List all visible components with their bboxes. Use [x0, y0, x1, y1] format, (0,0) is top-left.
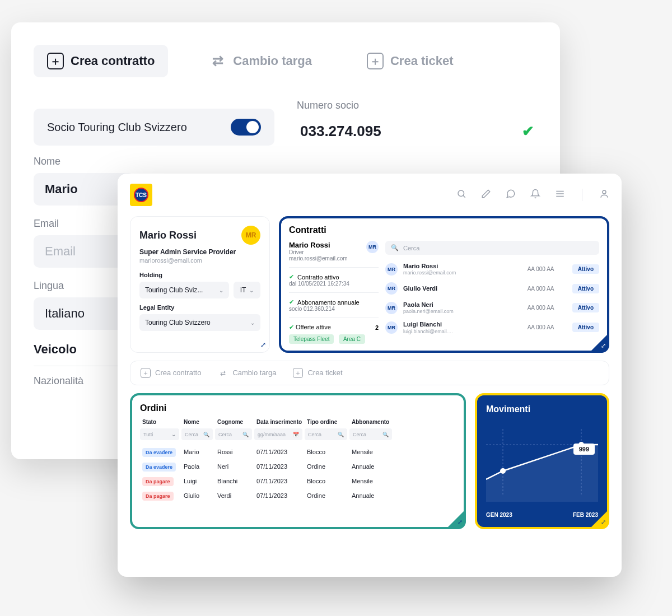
- order-name: Mario: [181, 449, 215, 455]
- user-icon[interactable]: [599, 189, 609, 202]
- filter-label: Cerca: [353, 432, 366, 437]
- status-badge: Attivo: [572, 284, 599, 293]
- create-contract-button[interactable]: ＋Crea contratto: [141, 368, 201, 378]
- edit-icon[interactable]: [481, 189, 491, 202]
- dashboard-panel: TCS Mario Ros: [118, 174, 622, 577]
- order-row[interactable]: Da evadere Mario Rossi 07/11/2023 Blocco…: [140, 445, 456, 459]
- order-subscription: Mensile: [349, 478, 394, 484]
- contracts-search[interactable]: 🔍 Cerca: [385, 241, 599, 255]
- offer-tag: Area C: [339, 334, 365, 344]
- member-toggle[interactable]: [231, 119, 261, 136]
- search-icon[interactable]: [456, 189, 466, 202]
- search-placeholder: Cerca: [403, 245, 419, 251]
- order-row[interactable]: Da evadere Paola Neri 07/11/2023 Ordine …: [140, 459, 456, 474]
- axis-label: GEN 2023: [486, 512, 512, 518]
- bell-icon[interactable]: [530, 189, 540, 202]
- axis-label: FEB 2023: [573, 512, 598, 518]
- contract-status: Contratto attivo: [297, 274, 339, 281]
- order-row[interactable]: Da pagare Giulio Verdi 07/11/2023 Ordine…: [140, 488, 456, 503]
- contract-person-row[interactable]: MR Mario Rossi mario.rossi@email.com AA …: [385, 259, 599, 279]
- member-toggle-row: Socio Touring Club Svizzero: [34, 109, 274, 146]
- check-circle-icon: ✔: [522, 123, 534, 140]
- search-icon: 🔍: [338, 432, 344, 437]
- filter-date[interactable]: gg/mm/aaaa📅: [254, 428, 302, 440]
- order-type: Blocco: [305, 478, 349, 484]
- expand-icon[interactable]: ⤢: [601, 519, 606, 526]
- status-badge: Attivo: [572, 303, 599, 312]
- member-number-row: 033.274.095 ✔: [297, 117, 538, 146]
- check-icon: ✔: [289, 324, 294, 330]
- filter-label: Cerca: [218, 432, 232, 437]
- check-icon: ✔: [289, 273, 294, 281]
- order-date: 07/11/2023: [254, 492, 305, 499]
- chat-icon[interactable]: [506, 189, 516, 202]
- brand-logo[interactable]: TCS: [130, 184, 152, 206]
- orders-filters: Tutti⌄ Cerca🔍 Cerca🔍 gg/mm/aaaa📅 Cerca🔍 …: [140, 428, 456, 440]
- order-name: Luigi: [181, 478, 215, 484]
- contract-person-row[interactable]: MR Luigi Bianchi luigi.bianchi@email.… A…: [385, 318, 599, 337]
- create-ticket-button[interactable]: ＋ Crea ticket: [353, 45, 467, 77]
- search-icon: 🔍: [242, 432, 249, 437]
- orders-header: Stato Nome Cognome Data inserimento Tipo…: [140, 419, 456, 425]
- person-name: Luigi Bianchi: [403, 321, 522, 328]
- person-email: paola.neri@email.com: [403, 309, 522, 314]
- country-select[interactable]: IT ⌄: [234, 282, 260, 298]
- order-row[interactable]: Da pagare Luigi Bianchi 07/11/2023 Blocc…: [140, 474, 456, 488]
- col-header: Cognome: [215, 419, 254, 425]
- holding-label: Holding: [139, 272, 260, 278]
- filter-type[interactable]: Cerca🔍: [305, 428, 347, 440]
- order-status-badge: Da pagare: [142, 477, 174, 486]
- filter-label: Cerca: [185, 432, 198, 437]
- search-icon: 🔍: [382, 432, 389, 437]
- expand-icon[interactable]: ⤢: [458, 519, 463, 526]
- order-subscription: Mensile: [349, 449, 394, 455]
- holding-select[interactable]: Touring Club Sviz... ⌄: [139, 282, 229, 298]
- filter-status[interactable]: Tutti⌄: [140, 428, 179, 440]
- expand-icon[interactable]: ⤢: [601, 342, 606, 349]
- order-status-badge: Da evadere: [142, 448, 176, 457]
- order-date: 07/11/2023: [254, 449, 305, 455]
- contract-detail: Mario Rossi Driver mario.rossi@email.com…: [289, 241, 379, 344]
- filter-sub[interactable]: Cerca🔍: [349, 428, 392, 440]
- contract-date: dal 10/05/2021 16:27:34: [289, 281, 379, 287]
- orders-card: Ordini Stato Nome Cognome Data inserimen…: [130, 393, 466, 529]
- driver-name: Mario Rossi: [289, 241, 348, 249]
- orders-title: Ordini: [140, 403, 456, 413]
- nav-icons: [456, 189, 609, 202]
- order-date: 07/11/2023: [254, 478, 305, 484]
- swap-icon: ⇄: [218, 368, 228, 378]
- change-plate-button[interactable]: ⇄ Cambio targa: [196, 45, 325, 77]
- col-header: Tipo ordine: [305, 419, 349, 425]
- person-avatar: MR: [385, 263, 398, 276]
- filter-surname[interactable]: Cerca🔍: [215, 428, 252, 440]
- change-plate-button[interactable]: ⇄Cambio targa: [218, 368, 276, 378]
- subscription-label: Abbonamento annuale: [297, 299, 360, 306]
- svg-line-1: [463, 195, 465, 198]
- person-name: Giulio Verdi: [403, 285, 522, 292]
- col-header: Stato: [140, 419, 181, 425]
- person-name: Mario Rossi: [403, 263, 522, 270]
- col-header: Abbonamento: [349, 419, 394, 425]
- status-badge: Attivo: [572, 323, 599, 332]
- legal-entity-label: Legal Entity: [139, 304, 260, 311]
- person-code: AA 000 AA: [528, 305, 567, 311]
- create-ticket-label: Crea ticket: [390, 54, 454, 68]
- contract-person-row[interactable]: MR Paola Neri paola.neri@email.com AA 00…: [385, 298, 599, 318]
- chevron-down-icon: ⌄: [250, 320, 255, 326]
- legal-entity-select[interactable]: Touring Club Svizzero ⌄: [139, 314, 260, 331]
- check-icon: ✔: [289, 298, 294, 306]
- user-name: Mario Rossi: [139, 230, 197, 241]
- filter-name[interactable]: Cerca🔍: [181, 428, 213, 440]
- chevron-down-icon: ⌄: [219, 287, 223, 293]
- create-ticket-button[interactable]: ＋Crea ticket: [293, 368, 342, 378]
- contracts-title: Contratti: [289, 225, 599, 235]
- chevron-down-icon: ⌄: [171, 431, 176, 437]
- person-code: AA 000 AA: [528, 266, 567, 272]
- menu-icon[interactable]: [555, 189, 565, 202]
- contract-person-row[interactable]: MR Giulio Verdi AA 000 AA Attivo: [385, 279, 599, 298]
- user-avatar: MR: [241, 226, 260, 245]
- expand-icon[interactable]: ⤢: [260, 341, 266, 349]
- order-status-badge: Da pagare: [142, 492, 174, 501]
- movements-chart: 999: [486, 423, 598, 507]
- create-contract-button[interactable]: ＋ Crea contratto: [34, 45, 168, 77]
